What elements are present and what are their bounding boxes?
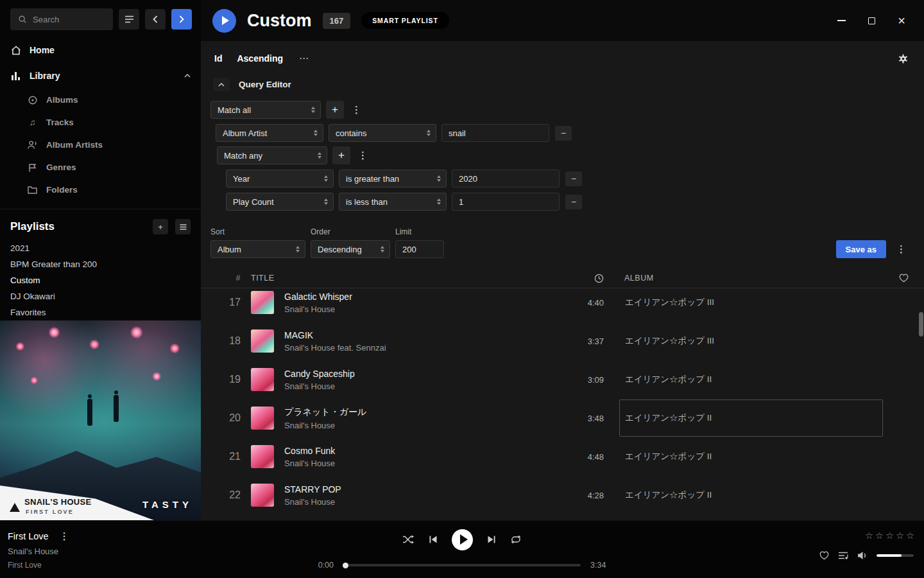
playlist-item[interactable]: 2021 (0, 240, 201, 256)
track-album[interactable]: エイリアン☆ポップ III (619, 288, 883, 321)
track-row[interactable]: 20 プラネット・ガール Snail's House 3:48 エイリアン☆ポッ… (201, 399, 924, 437)
order-select[interactable]: Descending (311, 240, 390, 258)
rule-2-field-select[interactable]: Play Count (226, 193, 334, 211)
close-button[interactable]: × (896, 15, 907, 26)
star-icon[interactable]: ☆ (865, 530, 873, 541)
limit-input[interactable] (395, 240, 444, 258)
home-label: Home (30, 45, 55, 55)
query-editor-title: Query Editor (239, 80, 291, 89)
query-editor-collapse-button[interactable] (213, 78, 230, 91)
track-row[interactable]: 22 STARRY POP Snail's House 4:28 エイリアン☆ポ… (201, 476, 924, 514)
track-duration: 4:40 (565, 298, 604, 308)
settings-gear-icon[interactable] (898, 53, 909, 64)
star-icon[interactable]: ☆ (886, 530, 894, 541)
rule-1-remove-button[interactable]: − (565, 171, 582, 186)
track-row[interactable]: 19 Candy Spaceship Snail's House 3:09 エイ… (201, 360, 924, 399)
sidebar-item-albums[interactable]: Albums (0, 89, 201, 111)
repeat-button[interactable] (510, 535, 522, 544)
rule-2-remove-button[interactable]: − (565, 195, 582, 209)
play-playlist-button[interactable] (212, 9, 236, 33)
disc-icon (27, 96, 38, 105)
group-1-menu-icon[interactable]: ⋮ (355, 150, 370, 161)
seek-knob[interactable] (343, 563, 348, 568)
more-options-icon[interactable]: ⋯ (299, 53, 309, 64)
sidebar-item-genres[interactable]: Genres (0, 156, 201, 179)
column-title[interactable]: TITLE (251, 274, 565, 283)
maximize-button[interactable] (866, 15, 877, 26)
group-0-match-select[interactable]: Match all (210, 101, 321, 119)
sidebar-item-album-artists[interactable]: Album Artists (0, 134, 201, 156)
star-icon[interactable]: ☆ (896, 530, 904, 541)
sidebar-item-library[interactable]: Library (0, 63, 201, 89)
group-0-add-rule-button[interactable]: + (326, 101, 344, 119)
favorite-heart-icon[interactable] (819, 551, 829, 560)
forward-button[interactable] (171, 9, 192, 30)
play-pause-button[interactable] (452, 529, 473, 550)
sort-select[interactable]: Album (210, 240, 305, 258)
search-input[interactable] (33, 15, 107, 24)
playlist-item[interactable]: BPM Greater than 200 (0, 256, 201, 272)
sidebar-item-home[interactable]: Home (0, 37, 201, 63)
column-duration[interactable] (565, 274, 604, 283)
menu-icon (124, 15, 134, 23)
menu-button[interactable] (119, 9, 139, 30)
volume-slider[interactable] (877, 554, 914, 557)
column-album[interactable]: ALBUM (619, 274, 883, 283)
rule-2-value-input[interactable] (452, 193, 560, 211)
sort-field-button[interactable]: Id (214, 53, 222, 64)
save-as-button[interactable]: Save as (836, 240, 886, 258)
page-title: Custom (247, 11, 312, 31)
seek-bar[interactable] (343, 564, 581, 566)
smart-playlist-badge: SMART PLAYLIST (361, 12, 449, 29)
track-album[interactable]: エイリアン☆ポップ II (619, 399, 883, 437)
group-1-add-rule-button[interactable]: + (332, 146, 350, 164)
track-album[interactable]: エイリアン☆ポップ II (619, 477, 883, 514)
group-1-match-select[interactable]: Match any (217, 146, 327, 164)
track-row[interactable]: 21 Cosmo Funk Snail's House 4:48 エイリアン☆ポ… (201, 437, 924, 476)
group-0-menu-icon[interactable]: ⋮ (349, 104, 364, 116)
rule-0-field-select[interactable]: Album Artist (216, 124, 323, 142)
star-icon[interactable]: ☆ (875, 530, 884, 541)
search-box[interactable] (10, 8, 113, 30)
rule-0-operator-select[interactable]: contains (329, 124, 436, 142)
playlist-item[interactable]: DJ Okawari (0, 288, 201, 304)
rule-1-field-select[interactable]: Year (226, 170, 334, 188)
playlist-view-button[interactable] (175, 219, 191, 234)
save-menu-icon[interactable]: ⋮ (894, 243, 909, 258)
volume-fill (877, 554, 902, 557)
shuffle-button[interactable] (402, 535, 415, 544)
track-row[interactable]: 17 Galactic Whisper Snail's House 4:40 エ… (201, 288, 924, 322)
column-number[interactable]: # (201, 274, 241, 283)
scrollbar-thumb[interactable] (919, 312, 923, 337)
query-group-row: Match any + ⋮ (217, 146, 924, 164)
rule-2-operator-select[interactable]: is less than (339, 193, 447, 211)
track-album[interactable]: エイリアン☆ポップ II (619, 361, 883, 398)
track-album[interactable]: エイリアン☆ポップ II (619, 438, 883, 475)
now-playing-menu-icon[interactable]: ⋮ (57, 530, 72, 542)
folders-label: Folders (46, 185, 78, 195)
rule-0-field-value: Album Artist (223, 128, 267, 138)
column-favorite[interactable] (883, 274, 909, 283)
track-row[interactable]: 18 MAGIK Snail's House feat. Sennzai 3:3… (201, 322, 924, 360)
back-button[interactable] (145, 9, 166, 30)
sidebar-item-tracks[interactable]: ♫ Tracks (0, 111, 201, 134)
rule-1-value-input[interactable] (452, 170, 560, 188)
star-icon[interactable]: ☆ (906, 530, 914, 541)
previous-button[interactable] (429, 535, 438, 544)
track-artist: Snail's House (284, 421, 565, 430)
playlist-item[interactable]: Custom (0, 272, 201, 288)
rule-0-value-input[interactable] (441, 124, 549, 142)
queue-icon[interactable] (838, 551, 848, 560)
rule-1-operator-select[interactable]: is greater than (339, 170, 447, 188)
track-album[interactable]: エイリアン☆ポップ III (619, 322, 883, 360)
minimize-button[interactable] (836, 15, 846, 26)
rule-1-field-value: Year (233, 174, 250, 184)
playlist-item[interactable]: Favorites (0, 304, 201, 320)
rule-0-remove-button[interactable]: − (555, 126, 572, 141)
sidebar-item-folders[interactable]: Folders (0, 179, 201, 201)
add-playlist-button[interactable]: + (153, 219, 168, 234)
chevron-up-icon[interactable] (184, 74, 191, 78)
next-button[interactable] (487, 535, 496, 544)
sort-direction-button[interactable]: Ascending (237, 53, 283, 64)
volume-icon[interactable] (857, 551, 868, 560)
